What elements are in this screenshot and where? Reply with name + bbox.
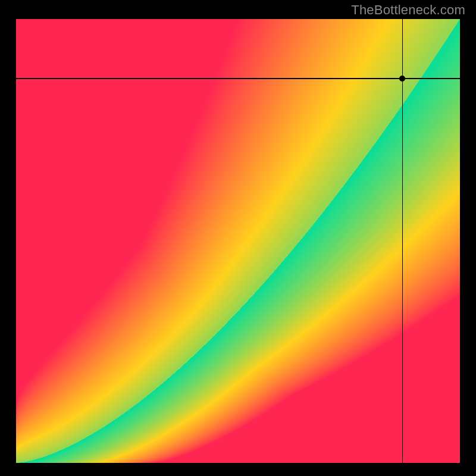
attribution-text: TheBottleneck.com xyxy=(351,2,465,18)
crosshair-point xyxy=(399,76,405,82)
crosshair-vertical xyxy=(402,19,403,463)
heatmap-canvas xyxy=(16,19,460,463)
heatmap-plot xyxy=(16,19,460,463)
crosshair-horizontal xyxy=(16,78,460,79)
